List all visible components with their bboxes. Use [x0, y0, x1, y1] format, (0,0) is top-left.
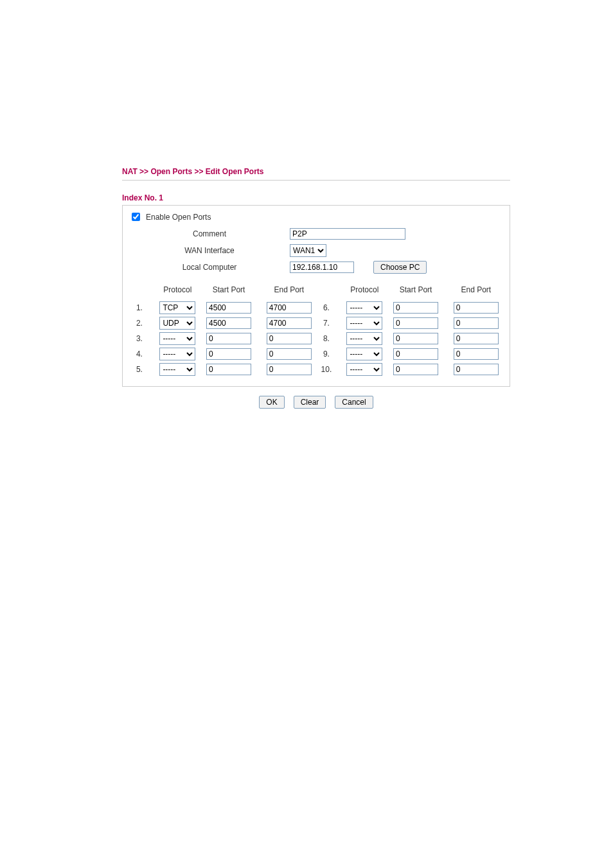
header-protocol: Protocol [154, 285, 202, 294]
port-row: 1.-----TCPUDP6.-----TCPUDP [129, 300, 503, 315]
port-row: 3.-----TCPUDP8.-----TCPUDP [129, 331, 503, 346]
ok-button[interactable]: OK [259, 396, 284, 409]
port-header-row: Protocol Start Port End Port Protocol St… [129, 282, 503, 297]
protocol-select[interactable]: -----TCPUDP [159, 363, 195, 376]
protocol-select[interactable]: -----TCPUDP [346, 317, 382, 330]
start-port-input[interactable] [393, 317, 438, 329]
enable-label: Enable Open Ports [146, 213, 211, 222]
row-index: 2. [129, 319, 154, 328]
open-ports-box: Enable Open Ports Comment WAN Interface … [122, 205, 510, 387]
header-protocol-2: Protocol [341, 285, 389, 294]
start-port-input[interactable] [393, 302, 438, 314]
protocol-select[interactable]: -----TCPUDP [159, 301, 195, 314]
start-port-input[interactable] [206, 333, 251, 344]
end-port-input[interactable] [267, 317, 312, 329]
header-end-port: End Port [262, 285, 316, 294]
section-title: Index No. 1 [122, 193, 510, 202]
header-start-port-2: Start Port [389, 285, 443, 294]
header-end-port-2: End Port [449, 285, 503, 294]
row-index: 5. [129, 365, 154, 374]
start-port-input[interactable] [206, 364, 251, 375]
row-index: 7. [316, 319, 341, 328]
protocol-select[interactable]: -----TCPUDP [159, 332, 195, 345]
protocol-select[interactable]: -----TCPUDP [346, 348, 382, 360]
port-row: 2.-----TCPUDP7.-----TCPUDP [129, 315, 503, 331]
start-port-input[interactable] [393, 333, 438, 344]
end-port-input[interactable] [267, 302, 312, 314]
start-port-input[interactable] [393, 348, 438, 360]
port-row: 5.-----TCPUDP10.-----TCPUDP [129, 362, 503, 377]
end-port-input[interactable] [454, 333, 499, 344]
row-index: 9. [316, 350, 341, 359]
comment-input[interactable] [290, 228, 405, 240]
port-row: 4.-----TCPUDP9.-----TCPUDP [129, 346, 503, 362]
protocol-select[interactable]: -----TCPUDP [346, 332, 382, 345]
protocol-select[interactable]: -----TCPUDP [159, 317, 195, 330]
row-index: 4. [129, 350, 154, 359]
wan-select[interactable]: WAN1 [290, 244, 326, 257]
cancel-button[interactable]: Cancel [335, 396, 373, 409]
row-index: 6. [316, 303, 341, 312]
local-label: Local Computer [129, 263, 290, 272]
start-port-input[interactable] [206, 317, 251, 329]
end-port-input[interactable] [454, 364, 499, 375]
start-port-input[interactable] [393, 364, 438, 375]
protocol-select[interactable]: -----TCPUDP [159, 348, 195, 360]
choose-pc-button[interactable]: Choose PC [373, 261, 427, 274]
end-port-input[interactable] [267, 364, 312, 375]
row-index: 8. [316, 334, 341, 343]
protocol-select[interactable]: -----TCPUDP [346, 363, 382, 376]
protocol-select[interactable]: -----TCPUDP [346, 301, 382, 314]
clear-button[interactable]: Clear [294, 396, 326, 409]
end-port-input[interactable] [454, 317, 499, 329]
end-port-input[interactable] [267, 348, 312, 360]
local-ip-input[interactable] [290, 261, 354, 273]
start-port-input[interactable] [206, 302, 251, 314]
comment-label: Comment [129, 229, 290, 238]
row-index: 3. [129, 334, 154, 343]
end-port-input[interactable] [454, 302, 499, 314]
start-port-input[interactable] [206, 348, 251, 360]
end-port-input[interactable] [454, 348, 499, 360]
enable-checkbox[interactable] [132, 213, 140, 221]
end-port-input[interactable] [267, 333, 312, 344]
header-start-port: Start Port [202, 285, 256, 294]
breadcrumb: NAT >> Open Ports >> Edit Open Ports [122, 167, 510, 181]
row-index: 1. [129, 303, 154, 312]
row-index: 10. [316, 365, 341, 374]
wan-label: WAN Interface [129, 246, 290, 255]
